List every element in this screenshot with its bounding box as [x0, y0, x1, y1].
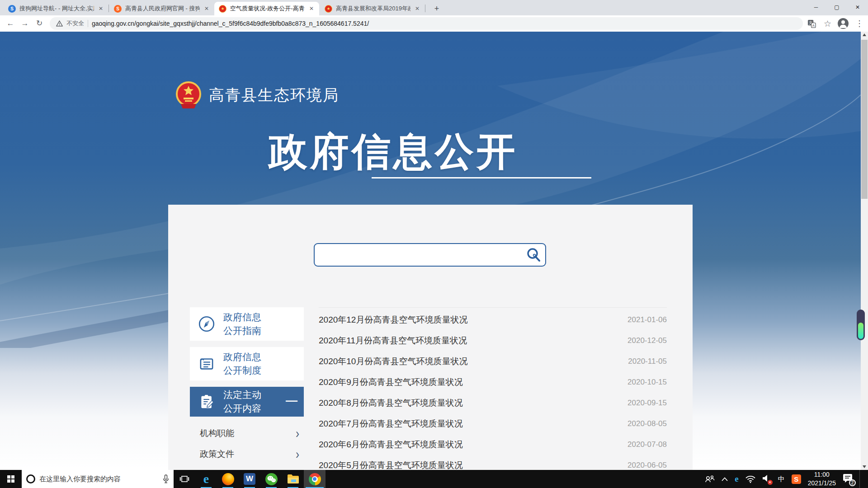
people-icon[interactable]	[705, 475, 715, 483]
article-list: 2020年12月份高青县空气环境质量状况 2021-01-06 2020年11月…	[319, 307, 667, 470]
site-name: 高青县生态环境局	[209, 85, 339, 106]
tab-title: 空气质量状况-政务公开-高青县生	[230, 5, 305, 13]
ime-indicator[interactable]: 中	[778, 475, 785, 483]
window-maximize-button[interactable]: ▢	[826, 0, 847, 15]
security-label[interactable]: 不安全	[66, 19, 84, 28]
tab-gov-site-search[interactable]: S 高青县人民政府网官网 - 搜狗搜 ✕	[109, 2, 214, 15]
tab-close-icon[interactable]: ✕	[308, 5, 315, 13]
translate-icon[interactable]: 文 A	[807, 19, 816, 28]
tab-development-bureau[interactable]: ★ 高青县发展和改革局2019年政府 ✕	[320, 2, 425, 15]
sidebar-label: 法定主动	[223, 389, 261, 400]
document-icon	[190, 354, 223, 373]
submenu-item-org-functions[interactable]: 机构职能 ›	[190, 423, 304, 444]
taskbar-app-chrome[interactable]	[304, 470, 326, 488]
article-row[interactable]: 2020年9月份高青县空气环境质量状况 2020-10-15	[319, 372, 667, 393]
submenu-label: 政策文件	[200, 448, 234, 460]
article-title[interactable]: 2020年8月份高青县空气环境质量状况	[319, 397, 463, 409]
reload-button[interactable]: ↻	[33, 18, 45, 29]
task-view-button[interactable]	[174, 470, 195, 488]
article-title[interactable]: 2020年11月份高青县空气环境质量状况	[319, 335, 467, 347]
site-search	[314, 243, 546, 267]
file-explorer-icon	[287, 474, 299, 484]
article-title[interactable]: 2020年12月份高青县空气环境质量状况	[319, 314, 467, 326]
back-button[interactable]: ←	[5, 18, 16, 29]
article-row[interactable]: 2020年5月份高青县空气环境质量状况 2020-06-05	[319, 455, 667, 470]
window-close-button[interactable]: ✕	[847, 0, 868, 15]
scrollbar-thumb[interactable]	[861, 40, 868, 199]
scroll-down-arrow[interactable]	[863, 465, 866, 468]
article-date: 2020-06-05	[627, 461, 667, 470]
scroll-up-arrow[interactable]	[863, 33, 866, 36]
taskbar-app-word[interactable]: W	[239, 470, 260, 488]
site-search-input[interactable]	[314, 243, 546, 267]
page-title: 政府信息公开	[269, 126, 518, 178]
taskbar-app-firefox[interactable]	[217, 470, 239, 488]
search-icon[interactable]	[525, 247, 542, 263]
firefox-icon	[222, 473, 234, 485]
taskbar-clock[interactable]: 11:00 2021/1/25	[808, 470, 836, 488]
national-emblem-favicon: ★	[325, 5, 332, 13]
page-scrollbar[interactable]	[861, 32, 868, 470]
sogou-orange-favicon: S	[114, 5, 122, 13]
sidebar-label: 公开制度	[223, 365, 261, 375]
article-title[interactable]: 2020年5月份高青县空气环境质量状况	[319, 460, 463, 470]
task-view-icon	[179, 474, 189, 484]
sidebar-label: 政府信息	[223, 352, 261, 362]
sidebar-item-statutory-disclosure[interactable]: 法定主动 公开内容 —	[190, 387, 304, 417]
taskbar-app-wechat[interactable]	[260, 470, 282, 488]
sidebar-item-disclosure-guide[interactable]: 政府信息 公开指南	[190, 307, 304, 341]
tab-air-quality-active[interactable]: ★ 空气质量状况-政务公开-高青县生 ✕	[214, 2, 319, 15]
article-title[interactable]: 2020年9月份高青县空气环境质量状况	[319, 376, 463, 388]
article-title[interactable]: 2020年10月份高青县空气环境质量状况	[319, 356, 467, 367]
wifi-icon[interactable]	[745, 475, 755, 483]
article-row[interactable]: 2020年8月份高青县空气环境质量状况 2020-09-15	[319, 393, 667, 413]
notification-center-button[interactable]: 2	[843, 474, 853, 484]
new-tab-button[interactable]: +	[430, 2, 443, 15]
address-bar[interactable]: 不安全 gaoqing.gov.cn/gongkai/site_gqxsthjj…	[50, 17, 803, 30]
article-row[interactable]: 2020年11月份高青县空气环境质量状况 2020-12-05	[319, 330, 667, 351]
start-button[interactable]	[0, 470, 22, 488]
tab-sogou-nav[interactable]: S 搜狗网址导航- - 网址大全,实用 ✕	[4, 2, 108, 15]
window-minimize-button[interactable]: ─	[806, 0, 826, 15]
volume-muted-icon[interactable]: ✕	[762, 474, 771, 484]
tab-close-icon[interactable]: ✕	[98, 5, 104, 13]
article-date: 2020-07-08	[627, 440, 667, 449]
progress-fill	[858, 323, 863, 339]
article-row[interactable]: 2020年6月份高青县空气环境质量状况 2020-07-08	[319, 434, 667, 455]
article-title[interactable]: 2020年7月份高青县空气环境质量状况	[319, 418, 463, 430]
mute-x-badge: ✕	[768, 480, 773, 485]
url-text[interactable]: gaoqing.gov.cn/gongkai/site_gqxsthjj/cha…	[92, 20, 369, 27]
tab-title: 搜狗网址导航- - 网址大全,实用	[19, 5, 94, 13]
article-row[interactable]: 2020年12月份高青县空气环境质量状况 2021-01-06	[319, 310, 667, 330]
tray-expand-chevron-icon[interactable]	[722, 477, 728, 481]
scroll-progress-extension-pill[interactable]	[857, 310, 865, 340]
forward-button[interactable]: →	[19, 18, 31, 29]
bookmark-star-icon[interactable]: ☆	[824, 19, 831, 29]
word-icon: W	[244, 473, 255, 485]
article-row[interactable]: 2020年10月份高青县空气环境质量状况 2020-11-05	[319, 351, 667, 372]
sogou-blue-favicon: S	[8, 5, 16, 13]
sidebar-label: 公开内容	[223, 403, 261, 413]
wechat-icon	[265, 473, 278, 485]
tab-close-icon[interactable]: ✕	[203, 5, 210, 13]
clock-date: 2021/1/25	[808, 479, 836, 488]
sidebar-item-disclosure-system[interactable]: 政府信息 公开制度	[190, 347, 304, 380]
submenu-item-key-deployments[interactable]: 重要部署执行 ›	[190, 465, 304, 470]
taskbar-app-explorer[interactable]	[282, 470, 304, 488]
taskbar-app-edge[interactable]: e	[195, 470, 217, 488]
collapse-minus-icon[interactable]: —	[286, 394, 297, 408]
article-title[interactable]: 2020年6月份高青县空气环境质量状况	[319, 439, 463, 450]
edge-tray-icon[interactable]: e	[735, 474, 738, 484]
submenu-item-policy-documents[interactable]: 政策文件 ›	[190, 444, 304, 465]
tab-close-icon[interactable]: ✕	[414, 5, 420, 13]
browser-menu-icon[interactable]: ⋮	[855, 19, 863, 28]
profile-avatar[interactable]	[838, 18, 849, 29]
microphone-icon[interactable]	[163, 474, 169, 483]
sidebar-label: 公开指南	[223, 325, 261, 336]
show-desktop-button[interactable]	[859, 470, 862, 488]
article-row[interactable]: 2020年7月份高青县空气环境质量状况 2020-08-05	[319, 413, 667, 434]
tab-separator	[425, 5, 425, 12]
webpage-viewport: 高青县生态环境局 政府信息公开 政府信息 公开指南	[0, 32, 861, 470]
taskbar-search-box[interactable]: 在这里输入你要搜索的内容	[22, 470, 174, 488]
sogou-tray-icon[interactable]: S	[792, 474, 801, 484]
